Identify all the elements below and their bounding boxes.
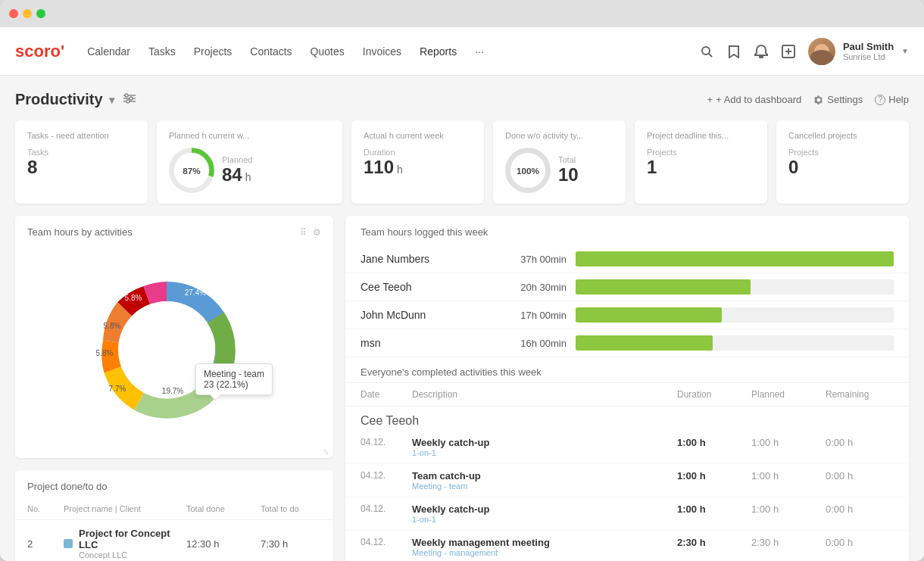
app-window: scoro' Calendar Tasks Projects Contacts … [0,0,924,561]
project-total-done: 12:30 h [186,538,254,550]
adjust-icon[interactable] [123,93,136,106]
stat-deadline-label: Projects [647,148,677,157]
svg-line-1 [709,54,712,57]
stat-card-tasks-body: Tasks 8 [27,148,136,178]
nav-projects[interactable]: Projects [194,45,233,58]
dashboard-header: Productivity ▾ + + Add to dashboard Sett… [15,91,909,108]
act-date-3: 04.12. [361,503,406,514]
stat-actual-unit: h [397,164,403,176]
user-name: Paul Smith [843,41,894,52]
stat-cards: Tasks - need attention Tasks 8 Planned h… [15,120,909,204]
label-197: 19.7% [162,387,183,395]
donut-svg-main: 27.4% 19.7% 7.7% 5.8% 5.8% 5.8% [68,259,280,441]
col-planned: Planned [751,389,819,400]
stat-card-done: Done w/o activity ty... 100% Total 10 [493,120,626,204]
left-column: Team hours by activities ⠿ ⚙ [15,216,333,561]
act-planned-2: 1:00 h [751,470,819,482]
stat-card-planned-title: Planned h current w... [169,131,330,140]
nav-contacts[interactable]: Contacts [250,45,292,58]
hours-panel-title: Team hours logged this week [345,216,909,245]
label-58c: 5.8% [125,294,142,302]
svg-point-10 [126,100,130,103]
resize-handle[interactable]: ⤡ [323,447,330,455]
person-name-john: John McDunn [361,309,497,321]
app-container: scoro' Calendar Tasks Projects Contacts … [0,27,924,561]
stat-card-planned: Planned h current w... 87% Planned [157,120,342,204]
act-remaining-2: 0:00 h [826,470,894,482]
nav-invoices[interactable]: Invoices [363,45,401,58]
drag-icon[interactable]: ⠿ [300,227,307,238]
person-name-jane: Jane Numbers [361,253,497,265]
activities-title: Everyone's completed activities this wee… [361,366,542,378]
chart-tooltip: Meeting - team 23 (22.1%) [195,363,273,395]
bookmark-icon[interactable] [726,44,741,59]
top-nav: scoro' Calendar Tasks Projects Contacts … [0,27,924,76]
filter-icon[interactable]: ▾ [109,94,114,106]
act-duration-2: 1:00 h [677,470,745,482]
logo-accent: ' [61,42,64,61]
stat-deadline-value: 1 [647,157,657,177]
hours-time-msn: 16h 00min [506,338,567,349]
act-desc-main-3: Weekly catch-up [412,503,671,515]
stat-cancelled-label: Projects [788,148,819,157]
user-menu[interactable]: Paul Smith Sunrise Ltd ▼ [808,38,909,65]
add-icon[interactable] [781,44,796,59]
act-remaining-3: 0:00 h [826,503,894,515]
hours-bar-john [576,307,722,323]
minimize-button[interactable] [23,9,32,18]
help-button[interactable]: ? Help [875,94,909,105]
nav-reports[interactable]: Reports [420,45,457,58]
close-button[interactable] [9,9,18,18]
logo-text: scoro [15,42,61,61]
stat-card-actual: Actual h current week Duration 110 h [351,120,484,204]
act-duration-3: 1:00 h [677,503,745,515]
col-done: Total done [186,504,254,513]
activities-header: Everyone's completed activities this wee… [345,357,909,382]
donut-panel-icons: ⠿ ⚙ [300,227,321,238]
dashboard-title: Productivity ▾ [15,91,136,108]
logo: scoro' [15,42,64,61]
hours-time-john: 17h 00min [506,310,567,321]
stat-done-label: Total [558,155,579,164]
nav-quotes[interactable]: Quotes [311,45,345,58]
stat-card-tasks: Tasks - need attention Tasks 8 [15,120,148,204]
col-todo: Total to do [261,504,321,513]
stat-card-deadline: Project deadline this... Projects 1 [635,120,767,204]
settings-button[interactable]: Settings [813,94,863,105]
nav-more[interactable]: ··· [475,45,484,58]
stat-card-actual-body: Duration 110 h [364,148,472,178]
search-icon[interactable] [699,44,714,59]
stat-tasks-label: Tasks [27,148,48,157]
nav-calendar[interactable]: Calendar [87,45,130,58]
stat-card-done-body: 100% Total 10 [505,148,613,193]
tooltip-label: Meeting - team [204,369,264,379]
stat-card-cancelled-body: Projects 0 [788,148,897,178]
col-remaining: Remaining [826,389,894,400]
stat-actual-value: 110 [364,157,394,178]
donut-panel-title: Team hours by activities [27,226,133,238]
avatar [808,38,835,65]
user-info: Paul Smith Sunrise Ltd [843,41,894,61]
stat-tasks-value: 8 [27,157,48,178]
stat-card-planned-body: 87% Planned 84 h [169,148,330,193]
label-77: 7.7% [109,385,126,393]
hours-time-cee: 20h 30min [506,282,567,293]
maximize-button[interactable] [36,9,45,18]
project-client-text: Concept LLC [79,550,180,559]
settings-gear-icon[interactable]: ⚙ [313,227,321,238]
hours-bar-bg-john [576,307,894,323]
hours-row-cee: Cee Teeoh 20h 30min [345,273,909,301]
act-date-4: 04.12. [361,537,406,547]
nav-tasks[interactable]: Tasks [148,45,176,58]
person-name-cee: Cee Teeoh [361,281,497,293]
stat-cancelled-value: 0 [788,157,798,177]
add-to-dashboard-button[interactable]: + + Add to dashboard [707,94,802,105]
act-planned-3: 1:00 h [751,503,819,515]
activities-columns: Date Description Duration Planned Remain… [345,382,909,407]
hours-bar-cee [576,279,751,295]
svg-point-8 [125,94,128,97]
notification-icon[interactable] [754,44,769,59]
activity-row-4: 04.12. Weekly management meeting Meeting… [345,531,909,561]
stat-card-done-title: Done w/o activity ty... [505,131,613,140]
label-58b: 5.8% [104,322,121,330]
